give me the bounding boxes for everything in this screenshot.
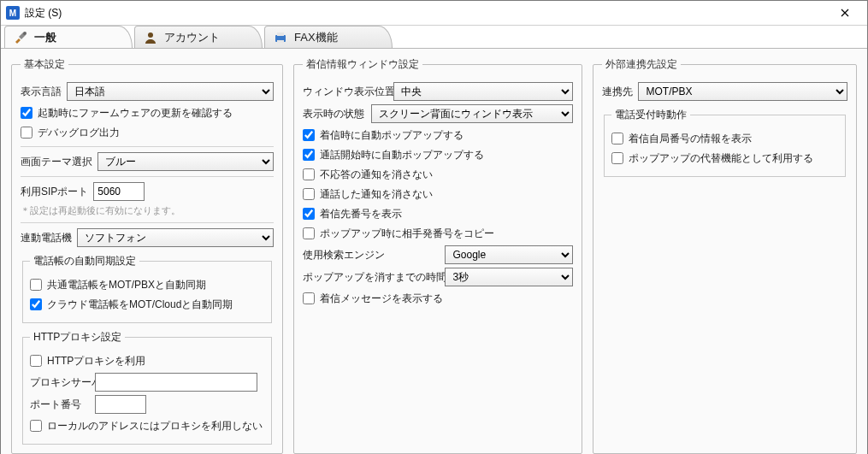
separator	[21, 176, 274, 177]
tab-account[interactable]: アカウント	[134, 26, 263, 48]
check-proxy-bypass-local-label: ローカルのアドレスにはプロキシを利用しない	[47, 419, 263, 433]
popup-settings-group: 着信情報ウィンドウ設定 ウィンドウ表示位置 中央 表示時の状態 スクリーン背面に…	[293, 57, 582, 454]
general-icon	[14, 31, 27, 44]
check-sync-common-label: 共通電話帳をMOT/PBXと自動同期	[47, 278, 206, 292]
receive-behavior-legend: 電話受付時動作	[611, 108, 690, 122]
phonebook-sync-legend: 電話帳の自動同期設定	[30, 254, 139, 268]
check-proxy-bypass-local-box[interactable]	[30, 420, 42, 432]
app-icon: M	[6, 6, 20, 20]
theme-label: 画面テーマ選択	[21, 155, 92, 169]
popup-close-time-label: ポップアップを消すまでの時間	[303, 270, 440, 285]
close-icon	[841, 9, 849, 17]
language-select[interactable]: 日本語	[67, 82, 274, 101]
basic-settings-legend: 基本設定	[21, 57, 68, 72]
tab-fax-label: FAX機能	[294, 30, 338, 45]
check-sync-cloud-box[interactable]	[30, 298, 42, 310]
check-sync-cloud-label: クラウド電話帳をMOT/Cloudと自動同期	[47, 298, 233, 312]
check-show-callee[interactable]: 着信先番号を表示	[303, 205, 573, 222]
fax-icon	[274, 31, 287, 44]
link-target-select[interactable]: MOT/PBX	[638, 82, 847, 101]
phone-label: 連動電話機	[21, 231, 72, 245]
link-target-label: 連携先	[602, 85, 633, 99]
check-use-proxy[interactable]: HTTPプロキシを利用	[30, 352, 264, 369]
titlebar: M 設定 (S)	[1, 1, 867, 26]
check-use-as-popup-alt[interactable]: ポップアップの代替機能として利用する	[611, 150, 838, 167]
sip-port-label: 利用SIPポート	[21, 185, 88, 199]
phone-select[interactable]: ソフトフォン	[77, 228, 274, 247]
general-panel: 基本設定 表示言語 日本語 起動時にファームウェアの更新を確認する デバッグログ…	[1, 49, 867, 454]
right-column: 外部連携先設定 連携先 MOT/PBX 電話受付時動作 着信自局番号の情報を表示	[593, 57, 857, 454]
external-link-legend: 外部連携先設定	[602, 57, 681, 72]
basic-settings-group: 基本設定 表示言語 日本語 起動時にファームウェアの更新を確認する デバッグログ…	[11, 57, 283, 454]
tab-general-label: 一般	[34, 30, 56, 45]
check-use-proxy-box[interactable]	[30, 355, 42, 367]
search-engine-select[interactable]: Google	[445, 245, 573, 264]
phonebook-sync-group: 電話帳の自動同期設定 共通電話帳をMOT/PBXと自動同期 クラウド電話帳をMO…	[22, 254, 272, 323]
svg-rect-4	[277, 40, 284, 43]
proxy-server-input[interactable]	[95, 373, 257, 392]
tabstrip: 一般 アカウント FAX機能	[1, 26, 867, 49]
settings-window: M 設定 (S) 一般 アカウント FAX機能	[0, 0, 868, 454]
http-proxy-group: HTTPプロキシ設定 HTTPプロキシを利用 プロキシサーバ ポート番号	[22, 330, 272, 445]
tab-general[interactable]: 一般	[4, 26, 133, 48]
account-icon	[144, 31, 157, 44]
left-column: 基本設定 表示言語 日本語 起動時にファームウェアの更新を確認する デバッグログ…	[11, 57, 283, 454]
check-sync-common[interactable]: 共通電話帳をMOT/PBXと自動同期	[30, 276, 264, 293]
proxy-server-label: プロキシサーバ	[30, 375, 90, 390]
tab-fax[interactable]: FAX機能	[264, 26, 393, 48]
check-firmware-update-label: 起動時にファームウェアの更新を確認する	[38, 106, 233, 121]
check-show-own-number-info[interactable]: 着信自局番号の情報を表示	[611, 130, 838, 147]
theme-select[interactable]: ブルー	[97, 152, 274, 171]
popup-settings-legend: 着信情報ウィンドウ設定	[303, 57, 422, 72]
check-proxy-bypass-local[interactable]: ローカルのアドレスにはプロキシを利用しない	[30, 417, 264, 434]
check-keep-noanswer[interactable]: 不応答の通知を消さない	[303, 166, 573, 183]
window-title: 設定 (S)	[25, 6, 826, 21]
tab-account-label: アカウント	[164, 30, 220, 45]
check-firmware-update-box[interactable]	[21, 107, 32, 119]
check-use-proxy-label: HTTPプロキシを利用	[47, 354, 145, 369]
receive-behavior-group: 電話受付時動作 着信自局番号の情報を表示 ポップアップの代替機能として利用する	[604, 108, 846, 177]
svg-rect-3	[277, 32, 284, 36]
check-popup-on-incoming[interactable]: 着信時に自動ポップアップする	[303, 127, 573, 144]
sip-port-input[interactable]	[93, 182, 145, 201]
popup-close-time-select[interactable]: 3秒	[445, 268, 573, 286]
proxy-port-input[interactable]	[95, 395, 146, 414]
center-column: 着信情報ウィンドウ設定 ウィンドウ表示位置 中央 表示時の状態 スクリーン背面に…	[293, 57, 582, 454]
check-debug-log-box[interactable]	[21, 127, 32, 139]
svg-point-0	[23, 32, 27, 35]
separator	[21, 222, 274, 223]
search-engine-label: 使用検索エンジン	[303, 248, 440, 262]
check-sync-cloud[interactable]: クラウド電話帳をMOT/Cloudと自動同期	[30, 296, 264, 313]
sip-port-hint: ＊設定は再起動後に有効になります。	[21, 204, 274, 217]
check-keep-talked[interactable]: 通話した通知を消さない	[303, 186, 573, 203]
close-button[interactable]	[826, 1, 864, 25]
language-label: 表示言語	[21, 85, 62, 99]
separator	[21, 146, 274, 147]
check-debug-log[interactable]: デバッグログ出力	[21, 124, 274, 141]
check-popup-on-callstart[interactable]: 通話開始時に自動ポップアップする	[303, 146, 573, 163]
check-show-message[interactable]: 着信メッセージを表示する	[303, 290, 573, 307]
svg-point-1	[148, 32, 153, 38]
check-copy-caller[interactable]: ポップアップ時に相手発番号をコピー	[303, 225, 573, 242]
window-position-select[interactable]: 中央	[393, 82, 573, 101]
display-state-select[interactable]: スクリーン背面にウィンドウ表示	[371, 104, 573, 123]
check-firmware-update[interactable]: 起動時にファームウェアの更新を確認する	[21, 104, 274, 121]
external-link-group: 外部連携先設定 連携先 MOT/PBX 電話受付時動作 着信自局番号の情報を表示	[593, 57, 857, 454]
http-proxy-legend: HTTPプロキシ設定	[30, 330, 125, 345]
window-position-label: ウィンドウ表示位置	[303, 85, 388, 99]
check-sync-common-box[interactable]	[30, 279, 42, 291]
check-debug-log-label: デバッグログ出力	[38, 126, 120, 140]
display-state-label: 表示時の状態	[303, 107, 366, 121]
proxy-port-label: ポート番号	[30, 398, 90, 412]
